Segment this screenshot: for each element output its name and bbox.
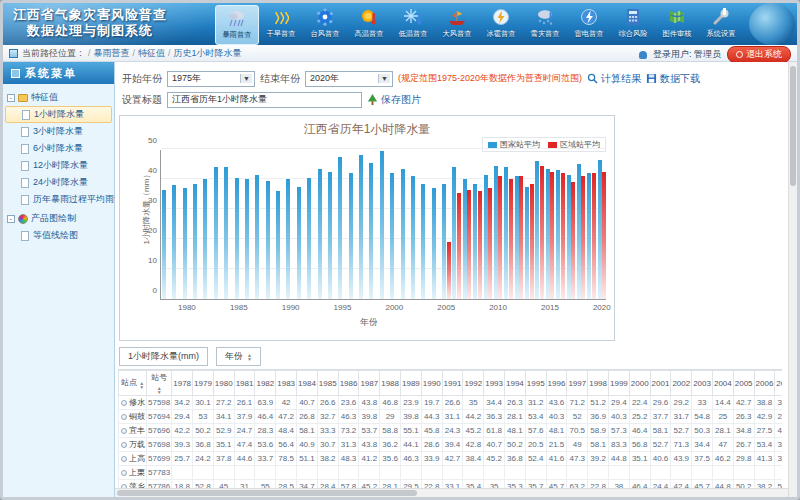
table-row-57783[interactable]: 上栗57783: [119, 466, 783, 480]
year-header-2003[interactable]: 2003: [692, 371, 713, 396]
year-header-1981[interactable]: 1981: [234, 371, 255, 396]
toolbar-item-risk-calc[interactable]: 综合风险: [611, 5, 655, 45]
sidebar-title: 系统菜单: [3, 62, 114, 84]
year-header-1995[interactable]: 1995: [525, 371, 546, 396]
sidebar-item-24小时降水量[interactable]: 24小时降水量: [5, 174, 112, 191]
download-button[interactable]: 数据下载: [646, 72, 700, 86]
toolbar-item-typhoon[interactable]: 台风普查: [303, 5, 347, 45]
precipitation-chart: 江西省历年1小时降水量 国家站平均区域站平均 01020304050198019…: [119, 115, 615, 341]
expander-icon[interactable]: -: [7, 215, 15, 223]
year-header-1982[interactable]: 1982: [255, 371, 276, 396]
row-radio-icon[interactable]: [121, 414, 127, 420]
toolbar-item-gale[interactable]: 大风普查: [435, 5, 479, 45]
start-year-select[interactable]: 1975年 ▼: [167, 71, 255, 87]
year-header-1987[interactable]: 1987: [359, 371, 380, 396]
row-radio-icon[interactable]: [121, 400, 127, 406]
row-radio-icon[interactable]: [121, 470, 127, 476]
sidebar-item-1小时降水量[interactable]: 1小时降水量: [5, 106, 112, 123]
toolbar-item-lightning[interactable]: 雷电普查: [567, 5, 611, 45]
sidebar-item-等值线绘图[interactable]: 等值线绘图: [5, 227, 112, 244]
tree-group-header[interactable]: -产品图绘制: [5, 210, 112, 227]
year-header-2004[interactable]: 2004: [712, 371, 733, 396]
vertical-scrollbar-thumb[interactable]: [790, 66, 796, 186]
year-header-1993[interactable]: 1993: [484, 371, 505, 396]
value-cell: 31.2: [525, 396, 546, 410]
toolbar-item-rainstorm[interactable]: 暴雨普查: [215, 5, 259, 45]
sidebar-item-3小时降水量[interactable]: 3小时降水量: [5, 123, 112, 140]
year-header-1997[interactable]: 1997: [567, 371, 588, 396]
legend-swatch: [488, 142, 497, 148]
table-row-57698[interactable]: 万载5769839.336.835.147.453.656.440.930.73…: [119, 438, 783, 452]
tree-group-header[interactable]: -特征值: [5, 89, 112, 106]
logout-button[interactable]: 退出系统: [727, 46, 791, 63]
year-header-1999[interactable]: 1999: [608, 371, 629, 396]
value-cell: 58.1: [588, 438, 609, 452]
value-cell: 44.8: [608, 452, 629, 466]
year-header-1990[interactable]: 1990: [421, 371, 442, 396]
toolbar-item-low-temp[interactable]: 低温普查: [391, 5, 435, 45]
sidebar-item-12小时降水量[interactable]: 12小时降水量: [5, 157, 112, 174]
end-year-select[interactable]: 2020年 ▼: [305, 71, 393, 87]
value-cell: 39.8: [359, 410, 380, 424]
toolbar-item-hail[interactable]: 冰雹普查: [479, 5, 523, 45]
year-header-1984[interactable]: 1984: [297, 371, 318, 396]
table-row-57598[interactable]: 修水5759834.230.127.226.163.94240.726.623.…: [119, 396, 783, 410]
year-header-1979[interactable]: 1979: [193, 371, 214, 396]
app-window: 江西省气象灾害风险普查 数据处理与制图系统 暴雨普查干旱普查台风普查高温普查低温…: [0, 0, 800, 500]
breadcrumb-link[interactable]: 历史1小时降水量: [174, 48, 242, 58]
station-id-sort-header[interactable]: 站号 ▲▼: [147, 371, 172, 396]
sidebar-item-历年暴雨过程平均雨量[interactable]: 历年暴雨过程平均雨量: [5, 191, 112, 208]
year-header-2000[interactable]: 2000: [629, 371, 650, 396]
row-radio-icon[interactable]: [121, 428, 127, 434]
year-header-1988[interactable]: 1988: [380, 371, 401, 396]
toolbar-item-settings[interactable]: 系统设置: [699, 5, 743, 45]
breadcrumb-link[interactable]: 暴雨普查: [94, 48, 130, 58]
year-header-1989[interactable]: 1989: [401, 371, 422, 396]
station-id-cell: 57699: [147, 452, 172, 466]
year-header-1994[interactable]: 1994: [505, 371, 526, 396]
year-header-2001[interactable]: 2001: [650, 371, 671, 396]
table-row-57696[interactable]: 宜丰5769642.250.252.924.728.348.458.133.37…: [119, 424, 783, 438]
toolbar-item-high-temp[interactable]: 高温普查: [347, 5, 391, 45]
value-cell: 73.2: [338, 424, 359, 438]
sidebar-item-6小时降水量[interactable]: 6小时降水量: [5, 140, 112, 157]
year-header-1996[interactable]: 1996: [546, 371, 567, 396]
year-header-1985[interactable]: 1985: [317, 371, 338, 396]
breadcrumb-link[interactable]: 特征值: [138, 48, 165, 58]
bar-national-1978: [162, 190, 166, 300]
horizontal-scrollbar-thumb[interactable]: [117, 490, 417, 496]
bar-national-2019: [587, 173, 591, 299]
table-row-57694[interactable]: 铜鼓5769429.45334.137.946.447.226.832.746.…: [119, 410, 783, 424]
toolbar-item-map-review[interactable]: 图件审核: [655, 5, 699, 45]
year-header-1978[interactable]: 1978: [172, 371, 193, 396]
year-header-2005[interactable]: 2005: [733, 371, 754, 396]
year-sort-control[interactable]: 年份 ▲▼: [216, 347, 261, 366]
year-header-2007[interactable]: 2007: [775, 371, 782, 396]
toolbar-item-snow[interactable]: 雪灾普查: [523, 5, 567, 45]
year-header-2002[interactable]: 2002: [671, 371, 692, 396]
chart-title-input[interactable]: [167, 92, 362, 108]
horizontal-scrollbar[interactable]: [115, 488, 788, 497]
value-cell: 27.2: [213, 396, 234, 410]
station-name-cell: 万载: [119, 438, 147, 452]
year-header-1986[interactable]: 1986: [338, 371, 359, 396]
year-header-1991[interactable]: 1991: [442, 371, 463, 396]
station-sort-header[interactable]: 站点 ▲▼: [119, 371, 147, 396]
calculate-button[interactable]: 计算结果: [587, 72, 641, 86]
bar-national-1999: [380, 151, 384, 300]
table-row-57699[interactable]: 上高5769925.724.237.844.633.778.551.138.24…: [119, 452, 783, 466]
year-header-1980[interactable]: 1980: [213, 371, 234, 396]
expander-icon[interactable]: -: [7, 94, 15, 102]
year-header-1998[interactable]: 1998: [588, 371, 609, 396]
row-radio-icon[interactable]: [121, 442, 127, 448]
year-header-1983[interactable]: 1983: [276, 371, 297, 396]
save-image-button[interactable]: 保存图片: [367, 93, 421, 107]
year-header-2006[interactable]: 2006: [754, 371, 775, 396]
value-cell: 43.6: [546, 396, 567, 410]
year-header-1992[interactable]: 1992: [463, 371, 484, 396]
toolbar-item-drought[interactable]: 干旱普查: [259, 5, 303, 45]
bar-national-2014: [535, 161, 539, 299]
vertical-scrollbar[interactable]: [788, 62, 797, 497]
palette-icon: [18, 214, 28, 224]
row-radio-icon[interactable]: [121, 456, 127, 462]
